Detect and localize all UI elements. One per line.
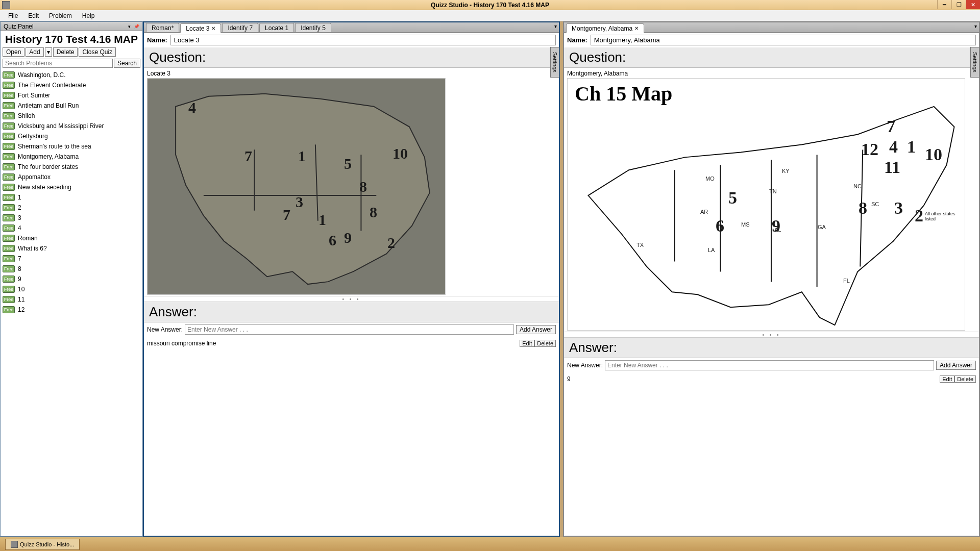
free-badge: Free [3, 235, 15, 242]
tab-label: Roman* [152, 24, 174, 32]
problem-item[interactable]: Free2 [3, 203, 140, 213]
maximize-button[interactable]: ❐ [951, 0, 966, 9]
close-quiz-button[interactable]: Close Quiz [79, 47, 116, 57]
tab[interactable]: Locate 1 [259, 23, 294, 32]
free-badge: Free [3, 163, 15, 170]
panel-pin-icon[interactable]: 📌 [133, 23, 139, 30]
state-label: KY [782, 168, 790, 174]
map-number: 6 [329, 232, 336, 249]
tab[interactable]: Identify 7 [222, 23, 258, 32]
settings-tab[interactable]: Settings [970, 47, 979, 78]
problem-item[interactable]: Free1 [3, 192, 140, 203]
problem-item[interactable]: FreeNew state seceding [3, 182, 140, 192]
map-note: All other states listed [925, 211, 955, 221]
problem-item[interactable]: FreeMontgomery, Alabama [3, 152, 140, 162]
map-number: 1 [318, 211, 326, 229]
map-number: 8 [359, 178, 367, 195]
problem-label: 8 [18, 265, 21, 272]
problem-label: 1 [18, 194, 21, 201]
edit-answer-button[interactable]: Edit [520, 340, 534, 347]
new-answer-input[interactable] [605, 360, 934, 370]
name-input[interactable] [591, 35, 976, 45]
add-answer-button[interactable]: Add Answer [936, 361, 976, 370]
map-number: 7 [244, 147, 252, 165]
problem-item[interactable]: Free11 [3, 294, 140, 305]
map-image-right: Ch 15 Map 7 12 4 1 10 11 5 8 3 2 6 9 MO [567, 78, 965, 331]
problem-item[interactable]: Free4 [3, 223, 140, 233]
problem-item[interactable]: Free12 [3, 305, 140, 315]
free-badge: Free [3, 204, 15, 211]
add-answer-button[interactable]: Add Answer [516, 325, 556, 334]
problem-item[interactable]: FreeRoman [3, 233, 140, 243]
problem-label: Appomattox [18, 173, 51, 181]
add-button[interactable]: Add [26, 47, 43, 57]
add-dropdown-button[interactable]: ▾ [45, 47, 52, 57]
edit-answer-button[interactable]: Edit [940, 375, 954, 383]
tab[interactable]: Locate 3✕ [180, 23, 221, 33]
menu-file[interactable]: File [3, 11, 23, 20]
free-badge: Free [3, 296, 15, 303]
delete-answer-button[interactable]: Delete [534, 340, 556, 347]
close-window-button[interactable]: ✕ [966, 0, 980, 9]
problem-item[interactable]: Free9 [3, 274, 140, 284]
problem-item[interactable]: Free10 [3, 284, 140, 294]
problem-item[interactable]: FreeFort Sumter [3, 90, 140, 101]
settings-tab[interactable]: Settings [550, 47, 559, 78]
free-badge: Free [3, 184, 15, 191]
name-input[interactable] [170, 35, 556, 45]
map-number: 8 [370, 204, 377, 221]
search-input[interactable] [3, 59, 113, 68]
problem-label: What is 6? [18, 245, 47, 252]
tab-close-icon[interactable]: ✕ [634, 26, 639, 31]
problem-label: 9 [18, 276, 21, 283]
splitter[interactable]: • • • [144, 296, 559, 302]
problem-list[interactable]: FreeWashington, D.C.FreeThe Elevent Conf… [1, 69, 142, 536]
free-badge: Free [3, 224, 15, 232]
problem-item[interactable]: FreeGettysburg [3, 131, 140, 141]
problem-item[interactable]: FreeWhat is 6? [3, 243, 140, 254]
new-answer-input[interactable] [185, 324, 514, 335]
menu-problem[interactable]: Problem [44, 11, 77, 20]
problem-item[interactable]: FreeSherman's route to the sea [3, 141, 140, 152]
minimize-button[interactable]: ━ [937, 0, 951, 9]
problem-item[interactable]: FreeThe four border states [3, 162, 140, 172]
problem-item[interactable]: FreeWashington, D.C. [3, 70, 140, 80]
panel-dropdown-icon[interactable]: ▾ [126, 23, 132, 30]
problem-label: Fort Sumter [18, 92, 50, 99]
state-label: AL [774, 227, 781, 233]
problem-item[interactable]: Free8 [3, 264, 140, 274]
problem-item[interactable]: Free3 [3, 213, 140, 223]
problem-item[interactable]: FreeThe Elevent Confederate [3, 80, 140, 90]
taskbar-app-button[interactable]: Quizz Studio - Histo... [5, 539, 80, 550]
tab-label: Identify 5 [301, 24, 326, 32]
menu-help[interactable]: Help [77, 11, 100, 20]
delete-button[interactable]: Delete [53, 47, 78, 57]
open-button[interactable]: Open [3, 47, 24, 57]
tab[interactable]: Roman* [146, 23, 179, 32]
title-bar: Quizz Studio - History 170 Test 4.16 MAP… [0, 0, 980, 10]
problem-item[interactable]: FreeAntietam and Bull Run [3, 101, 140, 111]
free-badge: Free [3, 276, 15, 283]
tab[interactable]: Montgomery, Alabama✕ [566, 23, 644, 33]
problem-label: 3 [18, 214, 21, 221]
problem-item[interactable]: FreeShiloh [3, 111, 140, 121]
free-badge: Free [3, 143, 15, 150]
problem-label: 11 [18, 296, 24, 303]
problem-item[interactable]: Free7 [3, 254, 140, 264]
problem-label: Washington, D.C. [18, 71, 66, 79]
question-heading: Question: [144, 47, 559, 68]
free-badge: Free [3, 255, 15, 262]
tab-close-icon[interactable]: ✕ [211, 26, 215, 31]
search-button[interactable]: Search [114, 59, 140, 68]
problem-label: 7 [18, 255, 21, 262]
window-title: Quizz Studio - History 170 Test 4.16 MAP [431, 2, 549, 9]
menu-edit[interactable]: Edit [23, 11, 44, 20]
new-answer-label: New Answer: [567, 362, 603, 369]
delete-answer-button[interactable]: Delete [954, 375, 976, 383]
tabstrip-dropdown-icon[interactable]: ▾ [974, 23, 977, 29]
splitter[interactable]: • • • [564, 332, 979, 338]
problem-item[interactable]: FreeVicksburg and Mississippi River [3, 121, 140, 131]
problem-item[interactable]: FreeAppomattox [3, 172, 140, 182]
tab[interactable]: Identify 5 [295, 23, 331, 32]
tabstrip-dropdown-icon[interactable]: ▾ [554, 23, 557, 29]
